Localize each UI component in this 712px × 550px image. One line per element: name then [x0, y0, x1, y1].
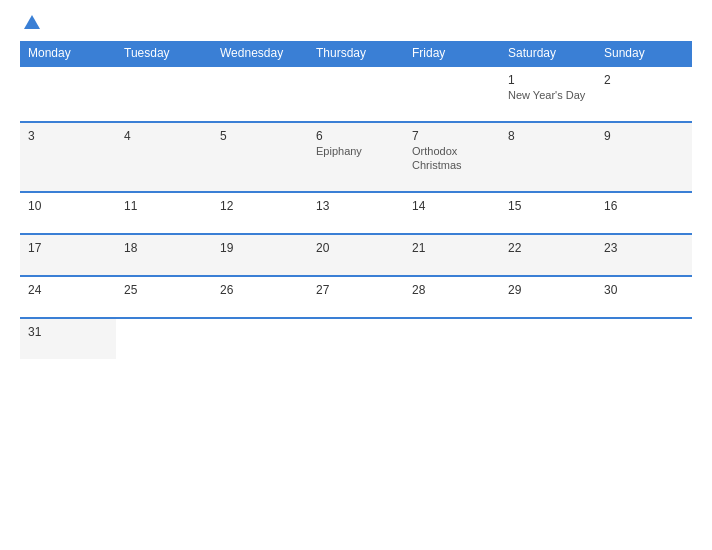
calendar-cell: 24	[20, 276, 116, 318]
calendar-cell: 11	[116, 192, 212, 234]
event-label: New Year's Day	[508, 89, 588, 101]
calendar-cell: 9	[596, 122, 692, 192]
weekday-monday: Monday	[20, 41, 116, 66]
day-number: 30	[604, 283, 684, 297]
day-number: 21	[412, 241, 492, 255]
calendar-header: MondayTuesdayWednesdayThursdayFridaySatu…	[20, 41, 692, 66]
day-number: 24	[28, 283, 108, 297]
day-number: 28	[412, 283, 492, 297]
calendar-cell	[116, 318, 212, 359]
day-number: 20	[316, 241, 396, 255]
day-number: 7	[412, 129, 492, 143]
day-number: 16	[604, 199, 684, 213]
calendar-cell: 27	[308, 276, 404, 318]
calendar-cell: 5	[212, 122, 308, 192]
calendar-page: MondayTuesdayWednesdayThursdayFridaySatu…	[0, 0, 712, 550]
day-number: 25	[124, 283, 204, 297]
calendar-cell: 10	[20, 192, 116, 234]
weekday-header-row: MondayTuesdayWednesdayThursdayFridaySatu…	[20, 41, 692, 66]
calendar-cell: 20	[308, 234, 404, 276]
day-number: 27	[316, 283, 396, 297]
week-row-5: 24252627282930	[20, 276, 692, 318]
day-number: 8	[508, 129, 588, 143]
day-number: 29	[508, 283, 588, 297]
calendar-cell: 28	[404, 276, 500, 318]
country-label	[632, 15, 692, 20]
calendar-cell: 17	[20, 234, 116, 276]
calendar-cell: 15	[500, 192, 596, 234]
calendar-cell: 1New Year's Day	[500, 66, 596, 122]
day-number: 31	[28, 325, 108, 339]
week-row-6: 31	[20, 318, 692, 359]
calendar-cell	[116, 66, 212, 122]
week-row-1: 1New Year's Day2	[20, 66, 692, 122]
day-number: 18	[124, 241, 204, 255]
calendar-cell: 31	[20, 318, 116, 359]
day-number: 12	[220, 199, 300, 213]
calendar-body: 1New Year's Day23456Epiphany7OrthodoxChr…	[20, 66, 692, 359]
day-number: 9	[604, 129, 684, 143]
day-number: 5	[220, 129, 300, 143]
day-number: 22	[508, 241, 588, 255]
calendar-cell: 21	[404, 234, 500, 276]
calendar-cell: 14	[404, 192, 500, 234]
calendar-cell: 12	[212, 192, 308, 234]
calendar-cell: 26	[212, 276, 308, 318]
logo-triangle-icon	[24, 15, 40, 29]
day-number: 13	[316, 199, 396, 213]
day-number: 10	[28, 199, 108, 213]
calendar-cell: 13	[308, 192, 404, 234]
calendar-cell: 3	[20, 122, 116, 192]
weekday-wednesday: Wednesday	[212, 41, 308, 66]
day-number: 14	[412, 199, 492, 213]
day-number: 15	[508, 199, 588, 213]
logo	[20, 15, 40, 31]
calendar-cell	[212, 66, 308, 122]
calendar-cell: 8	[500, 122, 596, 192]
calendar-cell: 23	[596, 234, 692, 276]
event-label: Epiphany	[316, 145, 396, 157]
day-number: 1	[508, 73, 588, 87]
calendar-cell	[500, 318, 596, 359]
day-number: 2	[604, 73, 684, 87]
calendar-cell	[212, 318, 308, 359]
day-number: 6	[316, 129, 396, 143]
day-number: 4	[124, 129, 204, 143]
day-number: 11	[124, 199, 204, 213]
calendar-cell: 22	[500, 234, 596, 276]
day-number: 17	[28, 241, 108, 255]
calendar-cell	[20, 66, 116, 122]
calendar-cell: 25	[116, 276, 212, 318]
weekday-thursday: Thursday	[308, 41, 404, 66]
calendar-cell	[404, 66, 500, 122]
calendar-cell	[308, 318, 404, 359]
event-label: Christmas	[412, 159, 492, 171]
weekday-sunday: Sunday	[596, 41, 692, 66]
calendar-cell: 2	[596, 66, 692, 122]
calendar-cell: 18	[116, 234, 212, 276]
calendar-cell: 7OrthodoxChristmas	[404, 122, 500, 192]
day-number: 19	[220, 241, 300, 255]
calendar-cell	[596, 318, 692, 359]
event-label: Orthodox	[412, 145, 492, 157]
calendar-cell: 6Epiphany	[308, 122, 404, 192]
weekday-friday: Friday	[404, 41, 500, 66]
calendar-cell: 30	[596, 276, 692, 318]
weekday-saturday: Saturday	[500, 41, 596, 66]
page-header	[20, 15, 692, 31]
calendar-table: MondayTuesdayWednesdayThursdayFridaySatu…	[20, 41, 692, 359]
day-number: 23	[604, 241, 684, 255]
week-row-4: 17181920212223	[20, 234, 692, 276]
calendar-cell: 16	[596, 192, 692, 234]
calendar-cell: 4	[116, 122, 212, 192]
calendar-cell	[404, 318, 500, 359]
calendar-cell: 29	[500, 276, 596, 318]
calendar-cell: 19	[212, 234, 308, 276]
day-number: 26	[220, 283, 300, 297]
week-row-2: 3456Epiphany7OrthodoxChristmas89	[20, 122, 692, 192]
week-row-3: 10111213141516	[20, 192, 692, 234]
day-number: 3	[28, 129, 108, 143]
weekday-tuesday: Tuesday	[116, 41, 212, 66]
calendar-cell	[308, 66, 404, 122]
